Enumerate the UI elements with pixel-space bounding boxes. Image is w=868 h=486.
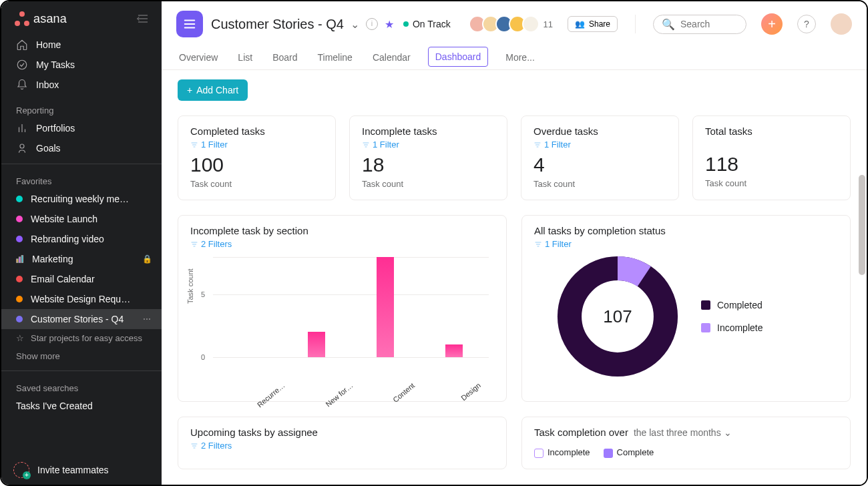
check-circle-icon [16,59,28,71]
favorite-item-active[interactable]: Customer Stories - Q4 ⋯ [1,309,162,329]
project-title[interactable]: Customer Stories - Q4 [211,17,344,32]
svg-rect-3 [19,257,21,262]
status-dot [403,21,409,27]
tab-more[interactable]: More... [503,47,537,69]
chevron-down-icon[interactable]: ⌄ [351,18,359,31]
bar-chart: Task count 5 0 Recurre… New for… Content… [190,257,494,391]
project-color-dot [16,216,23,222]
legend-swatch [701,323,710,332]
favorite-item[interactable]: Marketing 🔒 [1,249,162,269]
scrollbar[interactable] [859,175,865,275]
nav-goals[interactable]: Goals [1,138,162,158]
favorites-header: Favorites [1,170,162,189]
favorite-item[interactable]: Recruiting weekly me… [1,189,162,209]
project-color-dot [16,296,23,302]
avatar-overflow: 11 [544,19,553,29]
tab-calendar[interactable]: Calendar [370,47,413,69]
project-color-dot [16,276,23,282]
stat-card-total[interactable]: Total tasks 118 Task count [692,115,851,200]
filter-link[interactable]: 2 Filters [190,239,494,249]
legend-swatch [701,300,710,310]
legend-swatch [604,449,613,458]
member-avatars[interactable]: 11 [473,15,553,33]
tab-dashboard[interactable]: Dashboard [428,47,489,67]
info-icon[interactable]: i [366,18,378,30]
header: Customer Stories - Q4 ⌄ i ★ On Track 11 … [162,1,867,70]
nav-label: My Tasks [36,59,152,70]
logo[interactable]: asana [15,11,67,26]
tab-overview[interactable]: Overview [176,47,220,69]
card-title: Incomplete tasks [362,126,495,137]
card-title: Overdue tasks [533,126,666,137]
help-button[interactable]: ? [797,15,816,33]
stat-card-incomplete[interactable]: Incomplete tasks 1 Filter 18 Task count [349,115,507,200]
filter-link[interactable]: 2 Filters [190,441,494,451]
nav-home[interactable]: Home [1,35,162,55]
tab-list[interactable]: List [235,47,255,69]
show-more[interactable]: Show more [1,347,162,365]
tab-timeline[interactable]: Timeline [315,47,355,69]
card-value: 18 [362,154,495,176]
chart-task-completion-over-time[interactable]: Task completion over the last three mont… [521,417,851,469]
svg-rect-2 [17,259,18,262]
invite-label: Invite teammates [37,465,109,475]
content: + Add Chart Completed tasks 1 Filter 100… [162,70,867,485]
bars-icon [16,253,24,265]
legend-item: Completed [701,300,763,310]
global-add-button[interactable]: + [761,13,783,35]
divider [635,15,636,33]
filter-link[interactable]: 1 Filter [190,140,323,150]
x-label: Design [459,381,482,402]
nav-portfolios[interactable]: Portfolios [1,118,162,138]
svg-point-1 [20,144,24,148]
star-icon[interactable]: ★ [385,18,394,31]
goals-icon [16,142,28,154]
more-icon[interactable]: ⋯ [142,314,152,324]
invite-teammates[interactable]: + Invite teammates [1,455,162,485]
project-color-dot [16,316,23,322]
share-button[interactable]: 👥 Share [568,16,618,32]
status-chip[interactable]: On Track [401,17,453,31]
star-hint-text: Star projects for easy access [31,333,142,343]
filter-link[interactable]: 1 Filter [362,140,495,150]
filter-link[interactable]: 1 Filter [533,140,666,150]
charts-row-2: Upcoming tasks by assignee 2 Filters Tas… [178,417,851,476]
nav-label: Portfolios [36,123,152,134]
sidebar: asana Home My Tasks Inbox Reporting Port… [1,1,162,485]
nav-label: Inbox [36,79,152,90]
favorite-label: Customer Stories - Q4 [31,314,134,324]
chart-incomplete-by-section[interactable]: Incomplete task by section 2 Filters Tas… [178,215,507,402]
stat-card-completed[interactable]: Completed tasks 1 Filter 100 Task count [178,115,336,200]
saved-search-item[interactable]: Tasks I've Created [1,396,162,416]
search-input[interactable] [680,19,740,29]
collapse-sidebar-button[interactable] [134,9,152,28]
avatar [522,15,539,33]
card-title: Total tasks [705,126,838,137]
star-hint: ☆ Star projects for easy access [1,329,162,347]
legend-item: Incomplete [534,447,590,458]
range-selector[interactable]: the last three months ⌄ [634,427,732,438]
saved-searches-header: Saved searches [1,377,162,396]
chart-upcoming-by-assignee[interactable]: Upcoming tasks by assignee 2 Filters [178,417,507,469]
favorite-item[interactable]: Email Calendar [1,269,162,289]
favorite-label: Marketing [32,254,134,264]
favorite-item[interactable]: Rebranding video [1,229,162,249]
nav-my-tasks[interactable]: My Tasks [1,55,162,75]
ytick: 0 [201,353,205,361]
star-outline-icon: ☆ [16,333,24,343]
tab-board[interactable]: Board [270,47,300,69]
favorite-item[interactable]: Website Launch [1,209,162,229]
stat-card-overdue[interactable]: Overdue tasks 1 Filter 4 Task count [521,115,679,200]
search-icon: 🔍 [662,18,675,31]
nav-inbox[interactable]: Inbox [1,75,162,95]
me-avatar[interactable] [831,13,852,35]
donut-center-value: 107 [554,253,681,380]
search[interactable]: 🔍 [653,15,746,34]
project-icon[interactable] [176,11,203,37]
favorite-item[interactable]: Website Design Requ… [1,289,162,309]
filter-link[interactable]: 1 Filter [534,239,838,249]
bell-icon [16,79,28,91]
legend-swatch [534,449,544,458]
chart-completion-status[interactable]: All tasks by completion status 1 Filter … [521,215,851,402]
add-chart-button[interactable]: + Add Chart [178,79,248,101]
